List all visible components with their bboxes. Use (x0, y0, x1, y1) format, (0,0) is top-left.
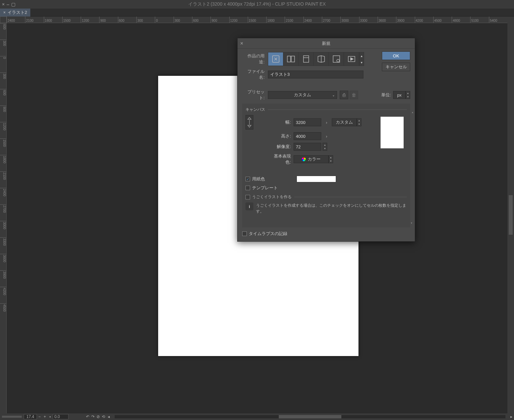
preset-dropdown[interactable]: カスタム⌄ (268, 91, 337, 99)
usage-label: 作品の用途: (242, 53, 268, 65)
timelapse-checkbox[interactable] (242, 231, 247, 236)
filename-input[interactable] (268, 71, 363, 78)
ruler-vertical: 6003000300600900120015001800210024002700… (0, 23, 7, 413)
arrow-left-icon[interactable]: ◂ (106, 414, 111, 419)
resolution-input[interactable] (294, 143, 321, 151)
zoom-slider[interactable] (2, 416, 22, 418)
dialog-titlebar[interactable]: × 新規 (238, 38, 415, 49)
document-tabs: × イラスト2 (0, 9, 514, 16)
size-preset-stepper[interactable]: ▴▾ (357, 118, 361, 126)
ruler-corner (0, 16, 7, 23)
size-preset-dropdown[interactable]: カスタム (332, 118, 357, 126)
moving-illust-label: うごくイラストを作る (252, 194, 292, 200)
ok-button[interactable]: OK (382, 51, 410, 60)
svg-rect-2 (291, 56, 295, 62)
unit-stepper[interactable]: ▴▾ (406, 91, 410, 99)
template-checkbox[interactable] (245, 186, 250, 190)
unit-label: 単位: (381, 92, 391, 98)
canvas-preview (381, 117, 404, 148)
arrow-right-icon[interactable]: › (326, 134, 327, 139)
tab-label: イラスト2 (8, 10, 27, 15)
paper-color-label: 用紙色 (252, 176, 265, 182)
filename-label: ファイル名: (242, 69, 268, 80)
usage-print-icon[interactable] (299, 52, 314, 66)
reset-rotation-icon[interactable]: ⊘ (96, 414, 101, 419)
window-minimize-icon[interactable]: – (7, 2, 9, 7)
basic-color-label: 基本表現色: (269, 153, 294, 165)
usage-animation-icon[interactable] (344, 52, 359, 66)
ruler-horizontal: 2400210018001500120090060030003006009001… (7, 16, 507, 23)
svg-rect-5 (333, 56, 340, 62)
vertical-scrollbar[interactable] (507, 16, 514, 413)
save-preset-button[interactable]: ⎙ (340, 91, 348, 99)
svg-point-6 (337, 59, 339, 62)
canvas-settings-panel: キャンバス 幅: › カスタム ▴▾ 高さ: › 解像度 (242, 104, 410, 227)
dialog-inner-scrollbar[interactable]: ▴▾ (411, 111, 414, 225)
tab-close-icon[interactable]: × (3, 10, 6, 15)
window-title: イラスト2 (3200 x 4000px 72dpi 17.4%) - CLIP… (188, 1, 326, 7)
rotation-value[interactable]: 0.0 (53, 414, 69, 419)
cancel-button[interactable]: キャンセル (382, 63, 410, 71)
height-label: 高さ: (273, 133, 294, 139)
paper-color-checkbox[interactable]: ✓ (245, 177, 250, 181)
new-document-dialog: × 新規 OK キャンセル 作品の用途: ▴▾ ファイル名: プリセット: (237, 38, 415, 242)
window-maximize-icon[interactable]: ▢ (11, 2, 15, 7)
chevron-down-icon: ⌄ (332, 93, 335, 97)
moving-illust-help: うごくイラストを作成する場合は、このチェックをオンにしてセルの枚数を指定します。 (256, 202, 407, 214)
usage-book-icon[interactable] (314, 52, 329, 66)
basic-color-stepper[interactable]: ▴▾ (328, 155, 333, 163)
usage-up-icon[interactable]: ▴ (359, 52, 364, 59)
svg-rect-1 (287, 56, 291, 62)
undo-icon[interactable]: ↶ (85, 414, 90, 419)
usage-settings-icon[interactable] (329, 52, 344, 66)
arrow-right-icon[interactable]: › (326, 120, 327, 125)
zoom-value[interactable]: 17.4 (24, 414, 37, 419)
moving-illust-checkbox[interactable] (245, 195, 250, 199)
zoom-fit-button[interactable]: ▪ (47, 414, 53, 419)
horizontal-scrollbar[interactable] (115, 415, 505, 418)
document-tab[interactable]: × イラスト2 (0, 9, 30, 16)
history-icon[interactable]: ⟲ (101, 414, 106, 419)
usage-down-icon[interactable]: ▾ (359, 59, 364, 66)
dialog-close-icon[interactable]: × (240, 41, 243, 46)
width-input[interactable] (294, 118, 321, 126)
usage-type-selector: ▴▾ (268, 52, 364, 66)
zoom-in-button[interactable]: + (42, 414, 47, 419)
template-label: テンプレート (252, 185, 278, 191)
statusbar: 17.4 − + ▪ 0.0 ↶ ↷ ⊘ ⟲ ◂ ▸ (0, 413, 514, 420)
basic-color-dropdown[interactable]: カラー (294, 155, 328, 163)
zoom-out-button[interactable]: − (37, 414, 42, 419)
delete-preset-button[interactable]: 🗑 (350, 91, 358, 99)
window-close-icon[interactable]: × (2, 2, 5, 7)
width-label: 幅: (273, 119, 294, 125)
svg-rect-3 (303, 56, 309, 62)
height-input[interactable] (294, 132, 321, 140)
resolution-label: 解像度: (273, 144, 294, 150)
timelapse-label: タイムラプスの記録 (249, 231, 287, 237)
unit-dropdown[interactable]: px (393, 91, 406, 99)
usage-illustration-icon[interactable] (268, 52, 283, 66)
canvas-section-label: キャンバス (245, 107, 265, 112)
orientation-button[interactable] (245, 115, 253, 130)
arrow-right-icon[interactable]: ▸ (509, 414, 514, 419)
redo-icon[interactable]: ↷ (90, 414, 96, 419)
preset-label: プリセット: (242, 89, 268, 101)
dialog-title: 新規 (322, 41, 330, 46)
paper-color-well[interactable] (297, 176, 336, 182)
usage-comic-icon[interactable] (283, 52, 299, 66)
resolution-stepper[interactable]: ▴▾ (323, 143, 327, 151)
window-titlebar: × – ▢ イラスト2 (3200 x 4000px 72dpi 17.4%) … (0, 0, 514, 9)
info-icon: i (245, 202, 253, 210)
